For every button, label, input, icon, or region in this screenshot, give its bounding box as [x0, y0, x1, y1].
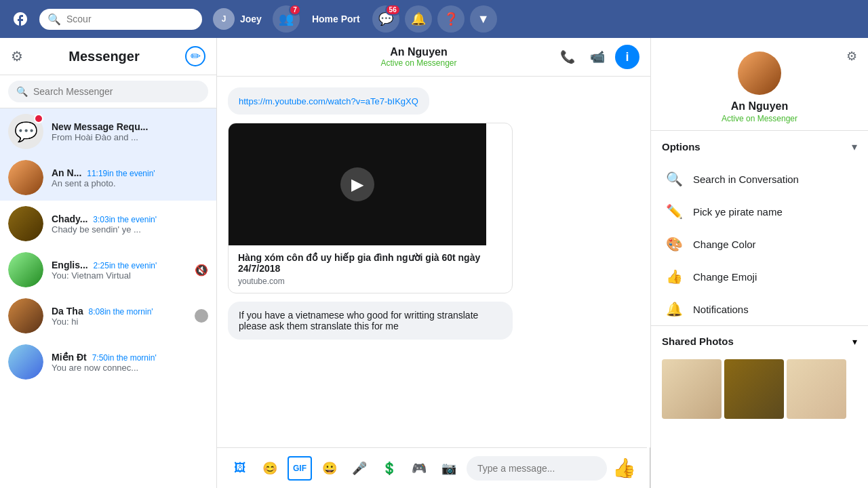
user-avatar: J: [213, 8, 235, 30]
chat-area: An Nguyen Active on Messenger 📞 📹 i http…: [217, 38, 651, 488]
camera-icon: 📷: [441, 461, 456, 476]
video-title: Hàng xóm côn đồ uy hiếp gia đình người g…: [238, 252, 502, 274]
conv-preview-chady: Chady be sendin' ye ...: [52, 224, 208, 235]
payment-btn[interactable]: 💲: [377, 456, 401, 481]
new-message-avatar: 💬: [8, 114, 43, 149]
change-color-label: Change Color: [693, 239, 756, 250]
shared-photos-section: Shared Photos ▾: [651, 326, 868, 422]
option-search-conversation[interactable]: 🔍 Search in Conversation: [651, 163, 868, 195]
conv-avatar-chady: [8, 206, 43, 241]
conv-avatar-datha: [8, 298, 43, 333]
home-port-btn[interactable]: Home Port: [305, 9, 367, 28]
chat-header-center: An Nguyen Active on Messenger: [380, 46, 456, 68]
sticker-icon: 😊: [262, 461, 277, 476]
message-text: If you have a vietnamese who good for wr…: [228, 302, 513, 340]
video-thumbnail[interactable]: ▶: [229, 123, 486, 245]
emoji-btn[interactable]: 😀: [317, 456, 342, 481]
conv-avatar-an: [8, 160, 43, 195]
image-icon: 🖼: [234, 461, 246, 475]
notification-icon: 🔔: [411, 12, 426, 26]
option-change-emoji[interactable]: 👍 Change Emoji: [651, 260, 868, 293]
option-pirate-name[interactable]: ✏️ Pick ye pirate name: [651, 195, 868, 228]
new-message-name: New Message Requ...: [52, 121, 148, 132]
messenger-badge: 56: [385, 4, 401, 16]
chat-contact-name: An Nguyen: [380, 46, 456, 58]
attachment-btn[interactable]: 🖼: [228, 456, 252, 481]
conversation-item-an[interactable]: An N... 11:19in the evenin' An sent a ph…: [0, 155, 216, 201]
right-panel-avatar: [738, 52, 781, 95]
conv-preview-datha: You: hi: [52, 317, 186, 327]
phone-call-btn[interactable]: 📞: [555, 45, 580, 69]
compose-icon[interactable]: ✏: [185, 46, 205, 66]
conversation-item-datha[interactable]: Da Tha 8:08in the mornin' You: hi: [0, 293, 216, 339]
info-btn[interactable]: i: [615, 45, 639, 69]
top-search-input[interactable]: [66, 14, 194, 24]
facebook-logo[interactable]: [7, 5, 34, 33]
youtube-link[interactable]: https://m.youtube.com/watch?v=aTe7-bIKgX…: [239, 96, 418, 106]
play-button[interactable]: ▶: [340, 167, 374, 201]
settings-gear-icon[interactable]: ⚙: [11, 48, 23, 64]
options-label: Options: [662, 141, 701, 152]
notifications-label: Notifications: [693, 304, 749, 315]
search-in-conv-icon: 🔍: [665, 171, 684, 187]
right-panel-name: An Nguyen: [731, 100, 788, 113]
messenger-icon-btn[interactable]: 💬 56: [372, 5, 399, 33]
message-video-card: ▶ Hàng xóm côn đồ uy hiếp gia đình người…: [228, 123, 513, 293]
info-icon: i: [625, 50, 629, 64]
message-input[interactable]: [467, 456, 607, 481]
red-dot-indicator: [34, 114, 43, 123]
chat-messages: https://m.youtube.com/watch?v=aTe7-bIKgX…: [217, 77, 650, 447]
conv-info-chady: Chady... 3:03in the evenin' Chady be sen…: [52, 214, 208, 235]
options-header[interactable]: Options ▾: [651, 131, 868, 163]
right-panel: An Nguyen Active on Messenger ⚙ Options …: [651, 38, 868, 488]
scrollbar-track[interactable]: [650, 447, 650, 488]
shared-photo-3[interactable]: [787, 359, 846, 419]
games-btn[interactable]: 🎮: [407, 456, 431, 481]
change-emoji-label: Change Emoji: [693, 271, 757, 283]
message-link: https://m.youtube.com/watch?v=aTe7-bIKgX…: [228, 87, 429, 115]
top-search-bar[interactable]: 🔍: [39, 9, 202, 30]
new-message-request-item[interactable]: 💬 New Message Requ... From Hoài Đào and …: [0, 108, 216, 155]
video-call-btn[interactable]: 📹: [585, 45, 610, 69]
dollar-icon: 💲: [382, 461, 397, 476]
conv-name-mien: Miền Đt 7:50in the mornin': [52, 352, 208, 363]
edit-pirate-icon: ✏️: [665, 203, 684, 220]
nav-user-joey[interactable]: J Joey: [208, 5, 267, 33]
option-notifications[interactable]: 🔔 Notifications: [651, 293, 868, 325]
gif-btn[interactable]: GIF: [288, 456, 312, 481]
camera-btn[interactable]: 📷: [437, 456, 461, 481]
sidebar-header: ⚙ Messenger ✏: [0, 38, 216, 75]
options-section: Options ▾ 🔍 Search in Conversation ✏️ Pi…: [651, 131, 868, 326]
chevron-down-icon: ▼: [477, 12, 490, 26]
sidebar-search-input[interactable]: [33, 86, 200, 97]
help-icon-btn[interactable]: ❓: [437, 5, 465, 33]
right-panel-gear-icon[interactable]: ⚙: [846, 49, 857, 64]
conv-info-an: An N... 11:19in the evenin' An sent a ph…: [52, 167, 208, 188]
nav-username: Joey: [240, 14, 262, 24]
like-button[interactable]: 👍: [612, 457, 636, 479]
audio-btn[interactable]: 🎤: [347, 456, 372, 481]
video-domain: youtube.com: [238, 277, 502, 286]
microphone-icon: 🎤: [352, 461, 367, 476]
shared-photo-1[interactable]: [662, 359, 722, 419]
conversation-item-english[interactable]: Englis... 2:25in the evenin' You: Vietna…: [0, 247, 216, 293]
notifications-icon-btn[interactable]: 🔔: [405, 5, 432, 33]
shared-photos-label: Shared Photos: [662, 336, 734, 347]
sidebar-search-inner: 🔍: [8, 81, 208, 102]
new-message-info: New Message Requ... From Hoài Đào and ..…: [52, 121, 148, 142]
dropdown-icon-btn[interactable]: ▼: [470, 5, 497, 33]
sidebar-title: Messenger: [68, 49, 140, 64]
conv-name-an: An N... 11:19in the evenin': [52, 167, 208, 178]
shared-photo-2[interactable]: [724, 359, 784, 419]
conversation-item-chady[interactable]: Chady... 3:03in the evenin' Chady be sen…: [0, 201, 216, 247]
conversation-item-mien[interactable]: Miền Đt 7:50in the mornin' You are now c…: [0, 339, 216, 385]
conv-name-english: Englis... 2:25in the evenin': [52, 260, 186, 270]
chat-header: An Nguyen Active on Messenger 📞 📹 i: [217, 38, 650, 77]
friends-icon-btn[interactable]: 👥 7: [273, 5, 300, 33]
sidebar-search-icon: 🔍: [16, 86, 28, 97]
sidebar: ⚙ Messenger ✏ 🔍 💬 New Message Requ... Fr…: [0, 38, 217, 488]
sticker-btn[interactable]: 😊: [258, 456, 282, 481]
option-change-color[interactable]: 🎨 Change Color: [651, 228, 868, 260]
chat-header-actions: 📞 📹 i: [555, 45, 639, 69]
shared-photos-header[interactable]: Shared Photos ▾: [651, 326, 868, 357]
